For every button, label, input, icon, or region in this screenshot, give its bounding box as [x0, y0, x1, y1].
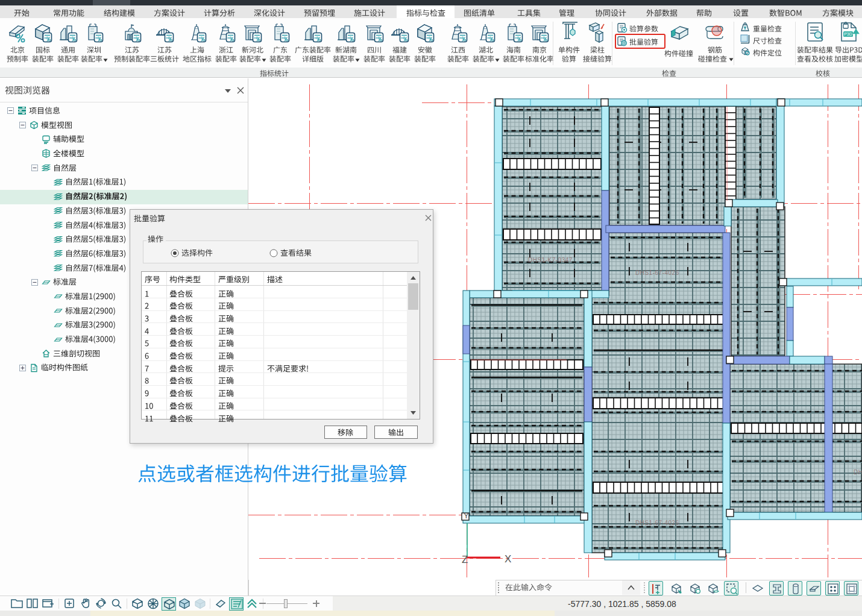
svg-text:DHS1-6: DHS1-6	[854, 469, 862, 476]
svg-text:Y: Y	[464, 511, 469, 520]
svg-text:P3D: P3D	[844, 32, 852, 36]
svg-text:DHS1-67-4026: DHS1-67-4026	[635, 269, 679, 276]
svg-text:Z: Z	[462, 554, 468, 565]
svg-text:X: X	[505, 553, 511, 565]
svg-text:DHS1-K7-0347: DHS1-K7-0347	[528, 257, 573, 263]
svg-text:DHS1-67-4026: DHS1-67-4026	[635, 520, 679, 526]
